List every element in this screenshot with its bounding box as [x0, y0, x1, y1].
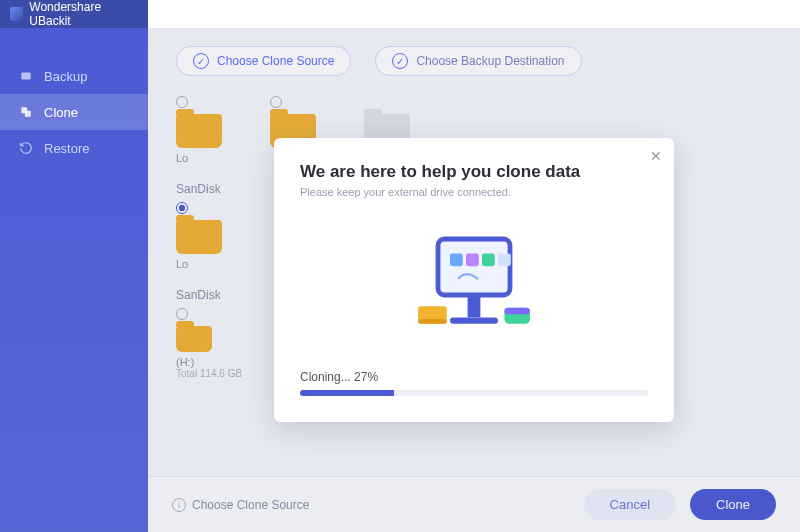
sidebar-item-label: Restore — [44, 141, 90, 156]
sidebar: Backup Clone Restore — [0, 28, 148, 532]
titlebar-right-segment — [148, 0, 800, 28]
modal-subtitle: Please keep your external drive connecte… — [300, 186, 648, 198]
titlebar-left-segment: Wondershare UBackit — [0, 0, 148, 28]
sidebar-item-label: Backup — [44, 69, 87, 84]
restore-icon — [18, 140, 34, 156]
progress-fill — [300, 390, 394, 396]
svg-rect-12 — [450, 317, 498, 323]
svg-rect-16 — [504, 308, 530, 314]
backup-icon — [18, 68, 34, 84]
sidebar-item-backup[interactable]: Backup — [0, 58, 148, 94]
modal-title: We are here to help you clone data — [300, 162, 648, 182]
svg-rect-14 — [418, 319, 447, 324]
sidebar-item-restore[interactable]: Restore — [0, 130, 148, 166]
svg-rect-11 — [468, 295, 481, 317]
svg-rect-7 — [450, 253, 463, 266]
progress-bar — [300, 390, 648, 396]
progress-label: Cloning... 27% — [300, 370, 648, 384]
svg-rect-3 — [21, 73, 30, 80]
sidebar-item-clone[interactable]: Clone — [0, 94, 148, 130]
svg-rect-6 — [438, 239, 510, 295]
clone-progress-modal: ✕ We are here to help you clone data Ple… — [274, 138, 674, 422]
svg-rect-5 — [25, 111, 31, 117]
sidebar-item-label: Clone — [44, 105, 78, 120]
svg-rect-8 — [466, 253, 479, 266]
svg-rect-10 — [498, 253, 511, 266]
app-logo-icon — [10, 7, 23, 21]
close-icon[interactable]: ✕ — [650, 148, 662, 164]
svg-rect-9 — [482, 253, 495, 266]
clone-icon — [18, 104, 34, 120]
modal-overlay: ✕ We are here to help you clone data Ple… — [148, 28, 800, 532]
app-title: Wondershare UBackit — [29, 0, 140, 28]
clone-illustration — [300, 222, 648, 352]
